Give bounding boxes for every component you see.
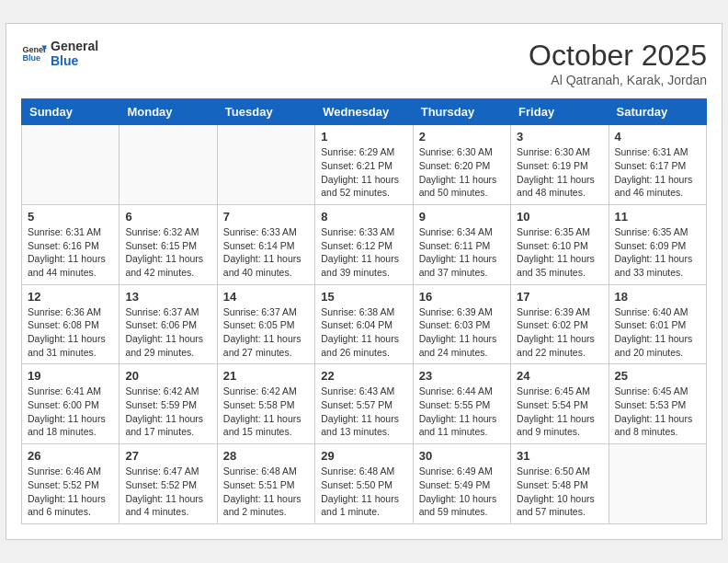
cell-info: Sunrise: 6:33 AM Sunset: 6:14 PM Dayligh… bbox=[223, 225, 309, 280]
calendar-cell: 1Sunrise: 6:29 AM Sunset: 6:21 PM Daylig… bbox=[315, 125, 413, 205]
calendar-cell: 31Sunrise: 6:50 AM Sunset: 5:48 PM Dayli… bbox=[511, 444, 609, 524]
day-number: 21 bbox=[223, 369, 309, 383]
logo-icon: General Blue bbox=[21, 40, 47, 66]
day-number: 22 bbox=[321, 369, 406, 383]
day-header-sunday: Sunday bbox=[22, 99, 119, 125]
day-header-wednesday: Wednesday bbox=[315, 99, 413, 125]
cell-info: Sunrise: 6:35 AM Sunset: 6:10 PM Dayligh… bbox=[517, 225, 602, 280]
calendar-cell bbox=[119, 125, 217, 205]
calendar-cell: 9Sunrise: 6:34 AM Sunset: 6:11 PM Daylig… bbox=[413, 204, 510, 284]
day-number: 17 bbox=[517, 290, 602, 304]
day-number: 12 bbox=[28, 290, 113, 304]
cell-info: Sunrise: 6:32 AM Sunset: 6:15 PM Dayligh… bbox=[125, 225, 210, 280]
cell-info: Sunrise: 6:40 AM Sunset: 6:01 PM Dayligh… bbox=[615, 305, 700, 360]
calendar-cell: 23Sunrise: 6:44 AM Sunset: 5:55 PM Dayli… bbox=[413, 364, 510, 444]
logo-text-line1: General bbox=[51, 39, 98, 53]
calendar-cell: 13Sunrise: 6:37 AM Sunset: 6:06 PM Dayli… bbox=[119, 284, 217, 364]
title-area: October 2025 Al Qatranah, Karak, Jordan bbox=[529, 39, 707, 87]
cell-info: Sunrise: 6:48 AM Sunset: 5:50 PM Dayligh… bbox=[321, 465, 406, 519]
calendar-cell: 7Sunrise: 6:33 AM Sunset: 6:14 PM Daylig… bbox=[217, 204, 314, 284]
calendar-cell: 4Sunrise: 6:31 AM Sunset: 6:17 PM Daylig… bbox=[609, 125, 706, 205]
calendar-cell: 14Sunrise: 6:37 AM Sunset: 6:05 PM Dayli… bbox=[217, 284, 314, 364]
day-number: 11 bbox=[615, 210, 700, 224]
calendar-week-2: 12Sunrise: 6:36 AM Sunset: 6:08 PM Dayli… bbox=[22, 284, 707, 364]
location: Al Qatranah, Karak, Jordan bbox=[529, 73, 707, 87]
calendar-header: General Blue General Blue October 2025 A… bbox=[21, 39, 707, 87]
calendar-cell bbox=[22, 125, 119, 205]
cell-info: Sunrise: 6:43 AM Sunset: 5:57 PM Dayligh… bbox=[321, 385, 406, 439]
day-number: 3 bbox=[517, 130, 602, 144]
cell-info: Sunrise: 6:37 AM Sunset: 6:05 PM Dayligh… bbox=[223, 305, 309, 360]
cell-info: Sunrise: 6:42 AM Sunset: 5:59 PM Dayligh… bbox=[125, 385, 210, 439]
day-number: 31 bbox=[517, 449, 602, 463]
calendar-cell: 10Sunrise: 6:35 AM Sunset: 6:10 PM Dayli… bbox=[511, 204, 609, 284]
day-number: 29 bbox=[321, 449, 406, 463]
cell-info: Sunrise: 6:29 AM Sunset: 6:21 PM Dayligh… bbox=[321, 145, 406, 200]
logo: General Blue General Blue bbox=[21, 39, 98, 68]
calendar-cell: 8Sunrise: 6:33 AM Sunset: 6:12 PM Daylig… bbox=[315, 204, 413, 284]
calendar-cell: 27Sunrise: 6:47 AM Sunset: 5:52 PM Dayli… bbox=[119, 444, 217, 524]
cell-info: Sunrise: 6:35 AM Sunset: 6:09 PM Dayligh… bbox=[615, 225, 700, 280]
day-number: 19 bbox=[28, 369, 113, 383]
calendar-cell: 21Sunrise: 6:42 AM Sunset: 5:58 PM Dayli… bbox=[217, 364, 314, 444]
cell-info: Sunrise: 6:45 AM Sunset: 5:53 PM Dayligh… bbox=[615, 385, 700, 439]
day-header-tuesday: Tuesday bbox=[217, 99, 314, 125]
day-number: 6 bbox=[125, 210, 210, 224]
calendar-header-row: SundayMondayTuesdayWednesdayThursdayFrid… bbox=[22, 99, 707, 125]
day-number: 10 bbox=[517, 210, 602, 224]
calendar-week-1: 5Sunrise: 6:31 AM Sunset: 6:16 PM Daylig… bbox=[22, 204, 707, 284]
day-number: 18 bbox=[615, 290, 700, 304]
cell-info: Sunrise: 6:45 AM Sunset: 5:54 PM Dayligh… bbox=[517, 385, 602, 439]
calendar-container: General Blue General Blue October 2025 A… bbox=[6, 23, 722, 540]
calendar-grid: SundayMondayTuesdayWednesdayThursdayFrid… bbox=[21, 98, 707, 524]
cell-info: Sunrise: 6:30 AM Sunset: 6:19 PM Dayligh… bbox=[517, 145, 602, 200]
day-number: 2 bbox=[419, 130, 505, 144]
calendar-cell: 3Sunrise: 6:30 AM Sunset: 6:19 PM Daylig… bbox=[511, 125, 609, 205]
day-number: 9 bbox=[419, 210, 505, 224]
calendar-cell: 29Sunrise: 6:48 AM Sunset: 5:50 PM Dayli… bbox=[315, 444, 413, 524]
day-number: 27 bbox=[125, 449, 210, 463]
calendar-cell: 5Sunrise: 6:31 AM Sunset: 6:16 PM Daylig… bbox=[22, 204, 119, 284]
day-number: 14 bbox=[223, 290, 309, 304]
day-number: 25 bbox=[615, 369, 700, 383]
calendar-cell: 18Sunrise: 6:40 AM Sunset: 6:01 PM Dayli… bbox=[609, 284, 706, 364]
calendar-cell: 16Sunrise: 6:39 AM Sunset: 6:03 PM Dayli… bbox=[413, 284, 510, 364]
calendar-week-0: 1Sunrise: 6:29 AM Sunset: 6:21 PM Daylig… bbox=[22, 125, 707, 205]
day-header-saturday: Saturday bbox=[609, 99, 706, 125]
day-number: 15 bbox=[321, 290, 406, 304]
cell-info: Sunrise: 6:50 AM Sunset: 5:48 PM Dayligh… bbox=[517, 465, 602, 519]
cell-info: Sunrise: 6:36 AM Sunset: 6:08 PM Dayligh… bbox=[28, 305, 113, 360]
calendar-cell: 11Sunrise: 6:35 AM Sunset: 6:09 PM Dayli… bbox=[609, 204, 706, 284]
calendar-cell: 2Sunrise: 6:30 AM Sunset: 6:20 PM Daylig… bbox=[413, 125, 510, 205]
day-number: 5 bbox=[28, 210, 113, 224]
day-number: 28 bbox=[223, 449, 309, 463]
day-number: 13 bbox=[125, 290, 210, 304]
cell-info: Sunrise: 6:38 AM Sunset: 6:04 PM Dayligh… bbox=[321, 305, 406, 360]
day-header-monday: Monday bbox=[119, 99, 217, 125]
day-number: 26 bbox=[28, 449, 113, 463]
svg-text:Blue: Blue bbox=[22, 54, 40, 63]
cell-info: Sunrise: 6:31 AM Sunset: 6:17 PM Dayligh… bbox=[615, 145, 700, 200]
day-number: 30 bbox=[419, 449, 505, 463]
calendar-cell: 20Sunrise: 6:42 AM Sunset: 5:59 PM Dayli… bbox=[119, 364, 217, 444]
cell-info: Sunrise: 6:31 AM Sunset: 6:16 PM Dayligh… bbox=[28, 225, 113, 280]
logo-text-line2: Blue bbox=[51, 53, 98, 68]
calendar-cell: 15Sunrise: 6:38 AM Sunset: 6:04 PM Dayli… bbox=[315, 284, 413, 364]
day-number: 4 bbox=[615, 130, 700, 144]
calendar-cell: 22Sunrise: 6:43 AM Sunset: 5:57 PM Dayli… bbox=[315, 364, 413, 444]
cell-info: Sunrise: 6:39 AM Sunset: 6:02 PM Dayligh… bbox=[517, 305, 602, 360]
cell-info: Sunrise: 6:46 AM Sunset: 5:52 PM Dayligh… bbox=[28, 465, 113, 519]
cell-info: Sunrise: 6:39 AM Sunset: 6:03 PM Dayligh… bbox=[419, 305, 505, 360]
calendar-week-3: 19Sunrise: 6:41 AM Sunset: 6:00 PM Dayli… bbox=[22, 364, 707, 444]
calendar-cell: 30Sunrise: 6:49 AM Sunset: 5:49 PM Dayli… bbox=[413, 444, 510, 524]
cell-info: Sunrise: 6:42 AM Sunset: 5:58 PM Dayligh… bbox=[223, 385, 309, 439]
calendar-cell bbox=[217, 125, 314, 205]
cell-info: Sunrise: 6:37 AM Sunset: 6:06 PM Dayligh… bbox=[125, 305, 210, 360]
day-header-friday: Friday bbox=[511, 99, 609, 125]
calendar-cell: 19Sunrise: 6:41 AM Sunset: 6:00 PM Dayli… bbox=[22, 364, 119, 444]
cell-info: Sunrise: 6:30 AM Sunset: 6:20 PM Dayligh… bbox=[419, 145, 505, 200]
month-title: October 2025 bbox=[529, 39, 707, 73]
calendar-cell: 6Sunrise: 6:32 AM Sunset: 6:15 PM Daylig… bbox=[119, 204, 217, 284]
cell-info: Sunrise: 6:41 AM Sunset: 6:00 PM Dayligh… bbox=[28, 385, 113, 439]
cell-info: Sunrise: 6:48 AM Sunset: 5:51 PM Dayligh… bbox=[223, 465, 309, 519]
